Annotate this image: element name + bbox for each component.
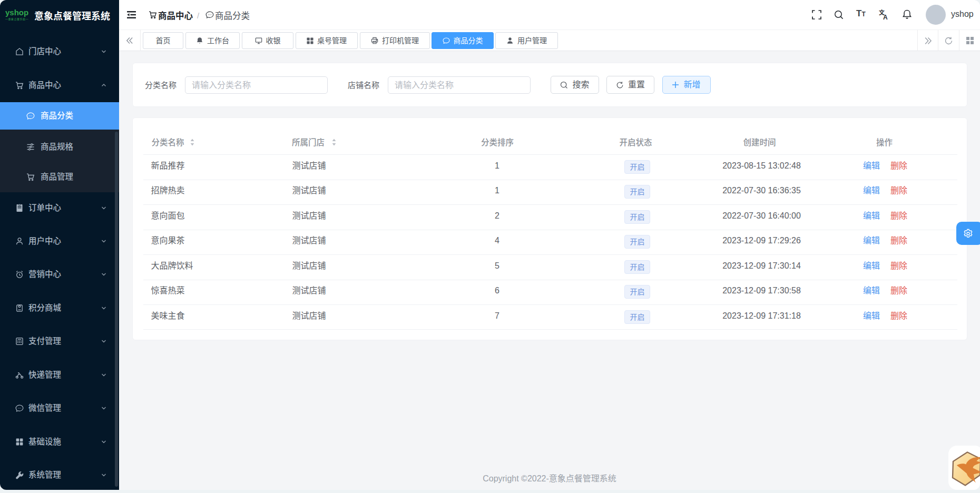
svg-text:A: A (883, 14, 888, 20)
